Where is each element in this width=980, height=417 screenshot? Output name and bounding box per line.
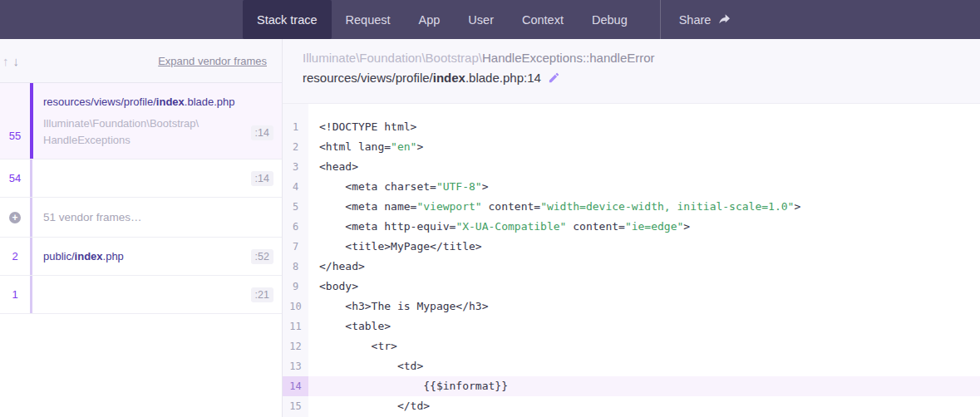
expand-plus-icon[interactable]: + <box>9 212 21 223</box>
code-line-number: 1 <box>283 117 308 137</box>
main-panel: Illuminate\Foundation\Bootstrap\HandleEx… <box>283 39 980 417</box>
code-line-text: <td> <box>308 356 980 376</box>
code-line-text: <meta name="viewport" content="width=dev… <box>308 197 980 217</box>
code-line-number: 8 <box>283 257 308 277</box>
error-page: Stack traceRequestAppUserContextDebug Sh… <box>0 0 980 417</box>
code-line-text: <meta charset="UTF-8"> <box>308 177 980 197</box>
code-line: 13 <td> <box>283 356 980 376</box>
vendor-frames-row[interactable]: +51 vendor frames… <box>0 198 282 238</box>
code-line: 11 <table> <box>283 316 980 336</box>
line-number-badge: :14 <box>251 125 273 140</box>
frame-file-path: resources/views/profile/index.blade.php <box>43 96 251 108</box>
code-line-number: 12 <box>283 336 308 356</box>
line-number-badge: :14 <box>251 171 273 186</box>
code-line-text: </head> <box>308 257 980 277</box>
tab-request[interactable]: Request <box>332 0 405 39</box>
frame-file-path: public/index.php <box>43 250 251 262</box>
top-nav: Stack traceRequestAppUserContextDebug Sh… <box>0 0 980 39</box>
file-path-title: resources/views/profile/index.blade.php:… <box>303 71 980 85</box>
code-line: 7 <title>MyPage</title> <box>283 237 980 257</box>
frame-number: 54 <box>9 172 21 184</box>
code-line: 6 <meta http-equiv="X-UA-Compatible" con… <box>283 217 980 237</box>
expand-vendor-frames-link[interactable]: Expand vendor frames <box>158 55 267 67</box>
share-label: Share <box>679 13 712 27</box>
frame-number: 2 <box>12 250 17 262</box>
prev-frame-arrow-icon[interactable]: ↑ <box>2 54 9 68</box>
line-number-badge: :21 <box>251 287 273 302</box>
code-line-text: <html lang="en"> <box>308 137 980 157</box>
code-line: 5 <meta name="viewport" content="width=d… <box>283 197 980 217</box>
code-line-text: <meta http-equiv="X-UA-Compatible" conte… <box>308 217 980 237</box>
exception-namespace: Illuminate\Foundation\Bootstrap\ <box>303 51 482 65</box>
tab-debug[interactable]: Debug <box>578 0 642 39</box>
tab-app[interactable]: App <box>405 0 455 39</box>
code-line-text: {{$informat}} <box>308 376 980 396</box>
code-line: 15 </td> <box>283 396 980 416</box>
share-arrow-icon <box>718 13 731 27</box>
frame-class-name: Illuminate\Foundation\Bootstrap\HandleEx… <box>43 115 251 149</box>
content-split: ↑ ↓ Expand vendor frames 55resources/vie… <box>0 39 980 417</box>
frame-number: 1 <box>12 288 17 301</box>
vendor-frames-count: 51 vendor frames… <box>43 211 273 223</box>
frame-number: 55 <box>9 130 21 142</box>
code-line: 4 <meta charset="UTF-8"> <box>283 177 980 197</box>
code-line-number: 2 <box>283 137 308 157</box>
code-line-text: <!DOCTYPE html> <box>308 117 980 137</box>
code-line-number: 9 <box>283 277 308 297</box>
code-line-text: <tr> <box>308 336 980 356</box>
code-line-number: 6 <box>283 217 308 237</box>
tab-stack-trace[interactable]: Stack trace <box>243 0 332 39</box>
code-line-number: 14 <box>283 376 308 396</box>
stack-frame-55[interactable]: 55resources/views/profile/index.blade.ph… <box>0 83 282 159</box>
exception-breadcrumb: Illuminate\Foundation\Bootstrap\HandleEx… <box>303 51 980 65</box>
edit-file-pencil-icon[interactable] <box>548 71 560 84</box>
code-line-highlighted: 14 {{$informat}} <box>283 376 980 396</box>
stack-frames-sidebar: ↑ ↓ Expand vendor frames 55resources/vie… <box>0 39 283 417</box>
file-path-text: resources/views/profile/index.blade.php:… <box>303 71 541 85</box>
tab-context[interactable]: Context <box>508 0 578 39</box>
code-line-text: <body> <box>308 277 980 297</box>
code-line-number: 11 <box>283 316 308 336</box>
stack-frame-1[interactable]: 1:21 <box>0 276 282 314</box>
code-line-text: <table> <box>308 316 980 336</box>
next-frame-arrow-icon[interactable]: ↓ <box>13 54 20 68</box>
code-line: 3<head> <box>283 157 980 177</box>
code-line-text: <title>MyPage</title> <box>308 237 980 257</box>
frame-detail-header: Illuminate\Foundation\Bootstrap\HandleEx… <box>283 39 980 104</box>
code-line-number: 10 <box>283 297 308 316</box>
code-line: 2<html lang="en"> <box>283 137 980 157</box>
nav-tabs: Stack traceRequestAppUserContextDebug <box>243 0 642 39</box>
code-line-number: 13 <box>283 356 308 376</box>
code-line: 12 <tr> <box>283 336 980 356</box>
line-number-badge: :52 <box>251 249 273 264</box>
frame-nav-arrows: ↑ ↓ <box>2 54 19 68</box>
code-line-number: 3 <box>283 157 308 177</box>
code-line-text: </td> <box>308 396 980 416</box>
code-line: 9<body> <box>283 277 980 297</box>
code-line: 1<!DOCTYPE html> <box>283 117 980 137</box>
tab-user[interactable]: User <box>454 0 508 39</box>
code-line-number: 7 <box>283 237 308 257</box>
code-line-text: <head> <box>308 157 980 177</box>
share-button[interactable]: Share <box>661 0 751 39</box>
code-line: 8</head> <box>283 257 980 277</box>
code-line-number: 4 <box>283 177 308 197</box>
code-line-text: <h3>The is Mypage</h3> <box>308 297 980 316</box>
stack-frame-54[interactable]: 54:14 <box>0 159 282 198</box>
code-viewer: 1<!DOCTYPE html>2<html lang="en">3<head>… <box>283 104 980 417</box>
code-line-number: 5 <box>283 197 308 217</box>
code-line: 10 <h3>The is Mypage</h3> <box>283 297 980 316</box>
code-line-number: 15 <box>283 396 308 416</box>
stack-frame-2[interactable]: 2public/index.php:52 <box>0 238 282 276</box>
sidebar-header: ↑ ↓ Expand vendor frames <box>0 39 282 83</box>
exception-method: HandleExceptions::handleError <box>482 51 655 65</box>
frames-list: 55resources/views/profile/index.blade.ph… <box>0 83 282 314</box>
